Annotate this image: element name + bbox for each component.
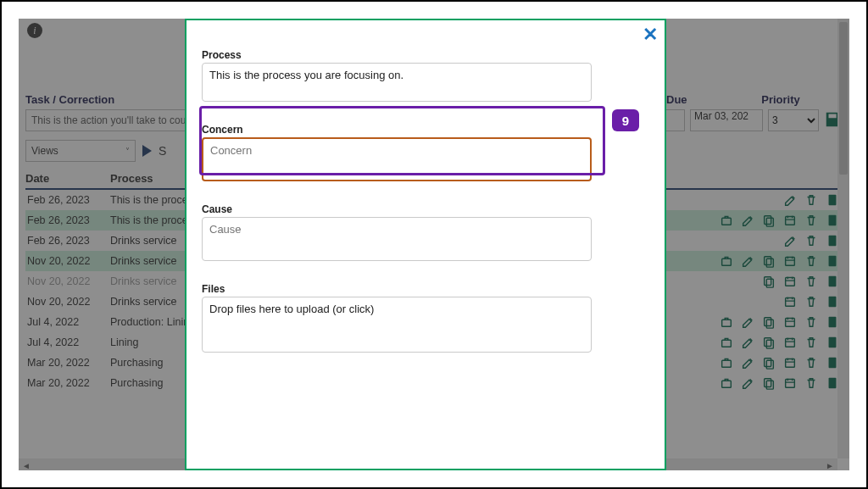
cause-field[interactable] (202, 217, 592, 261)
process-label: Process (202, 49, 649, 61)
tutorial-step-badge: 9 (612, 109, 639, 131)
cause-label: Cause (202, 203, 649, 215)
files-label: Files (202, 283, 649, 295)
cause-input[interactable] (209, 223, 584, 236)
files-dropzone[interactable]: Drop files here to upload (or click) (202, 297, 592, 353)
concern-field[interactable] (202, 137, 592, 181)
edit-dialog: ✕ Process This is the process you are fo… (185, 19, 666, 470)
close-icon[interactable]: ✕ (643, 24, 658, 46)
concern-label: Concern (202, 124, 649, 136)
concern-input[interactable] (210, 144, 583, 157)
process-field[interactable]: This is the process you are focusing on. (202, 63, 592, 102)
